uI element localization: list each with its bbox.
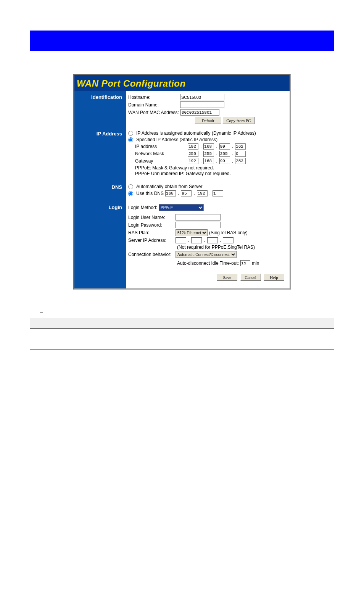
- login-user-input[interactable]: [176, 214, 221, 221]
- ip-oct3[interactable]: [219, 143, 230, 150]
- conn-behavior-label: Connection behavior:: [128, 252, 174, 257]
- login-user-label: Login User Name:: [128, 215, 174, 220]
- ip-oct2[interactable]: [203, 143, 214, 150]
- ras-note: (SingTel RAS only): [209, 230, 248, 235]
- ip-oct4[interactable]: [235, 143, 246, 150]
- page-header-bar: [30, 31, 334, 51]
- login-pass-input[interactable]: [176, 222, 221, 228]
- mac-input[interactable]: [180, 109, 219, 116]
- idle-timeout-input[interactable]: [240, 260, 250, 266]
- copy-from-pc-button[interactable]: Copy from PC: [222, 117, 254, 124]
- save-button[interactable]: Save: [217, 274, 237, 281]
- domain-label: Domain Name:: [128, 102, 179, 108]
- mask-oct3[interactable]: [219, 151, 230, 157]
- ip-static-label: Specified IP Address (Static IP Address): [136, 137, 217, 142]
- ip-oct1[interactable]: [188, 143, 198, 150]
- sv-oct3[interactable]: [207, 237, 218, 243]
- dns-oct2[interactable]: [181, 190, 192, 196]
- dns-manual-label: Use this DNS: [136, 191, 164, 196]
- login-method-label: Login Method:: [128, 205, 157, 210]
- gw-oct2[interactable]: [203, 158, 214, 164]
- dns-auto-radio[interactable]: [128, 184, 133, 189]
- section-label-ip: IP Address: [74, 128, 126, 181]
- help-button[interactable]: Help: [264, 274, 284, 281]
- section-label-login: Login: [74, 201, 126, 288]
- sv-oct1[interactable]: [176, 237, 186, 243]
- section-label-dns: DNS: [74, 181, 126, 201]
- conn-behavior-select[interactable]: Automatic Connect/Disconnect: [176, 251, 237, 258]
- dns-oct3[interactable]: [197, 190, 208, 196]
- login-pass-label: Login Password:: [128, 222, 174, 228]
- table-row: [30, 329, 95, 349]
- domain-input[interactable]: [180, 101, 224, 108]
- sv-oct2[interactable]: [191, 237, 202, 243]
- login-method-select[interactable]: PPPoE: [159, 204, 204, 211]
- default-button[interactable]: Default: [195, 117, 221, 124]
- server-ip-label: Server IP Address:: [128, 238, 174, 243]
- table-row: [30, 349, 95, 369]
- dns-oct4[interactable]: [213, 190, 223, 196]
- ip-address-label: IP address: [135, 144, 169, 149]
- table-row: [30, 369, 95, 444]
- ip-static-radio[interactable]: [128, 137, 133, 142]
- gw-oct4[interactable]: [235, 158, 246, 164]
- ip-dynamic-radio[interactable]: [128, 131, 133, 136]
- wan-port-config-figure: WAN Port Configuration Identification Ho…: [73, 74, 291, 290]
- dns-auto-label: Automatically obtain from Server: [136, 184, 202, 189]
- idle-timeout-label: Auto-disconnect Idle Time-out:: [177, 261, 239, 266]
- gw-oct3[interactable]: [219, 158, 230, 164]
- hostname-label: Hostname:: [128, 95, 179, 100]
- cancel-button[interactable]: Cancel: [240, 274, 261, 281]
- sv-oct4[interactable]: [223, 237, 234, 243]
- mask-oct2[interactable]: [203, 151, 214, 157]
- data-table: [30, 318, 334, 444]
- mask-oct4[interactable]: [235, 151, 246, 157]
- mask-oct1[interactable]: [188, 151, 198, 157]
- table-dash: –: [40, 309, 43, 316]
- idle-min-label: min: [252, 261, 259, 266]
- mac-label: WAN Port MAC Address:: [128, 110, 179, 115]
- dns-manual-radio[interactable]: [128, 191, 133, 196]
- gateway-label: Gateway: [135, 158, 169, 164]
- ras-plan-select[interactable]: 512k Ethernet: [176, 229, 208, 236]
- figure-title: WAN Port Configuration: [77, 78, 186, 89]
- pppoe-note1: PPPoE: Mask & Gateway not required.: [135, 165, 214, 171]
- ip-dynamic-label: IP Address is assigned automatically (Dy…: [136, 130, 256, 136]
- mask-label: Network Mask: [135, 151, 169, 156]
- dns-oct1[interactable]: [165, 190, 176, 196]
- server-ip-note: (Not required for PPPoE,SingTel RAS): [177, 245, 255, 250]
- ras-plan-label: RAS Plan:: [128, 230, 174, 235]
- hostname-input[interactable]: [180, 94, 224, 100]
- section-label-identification: Identification: [74, 91, 126, 128]
- gw-oct1[interactable]: [188, 158, 198, 164]
- pppoe-note2: PPPoE Unnumbered IP: Gateway not require…: [135, 171, 231, 176]
